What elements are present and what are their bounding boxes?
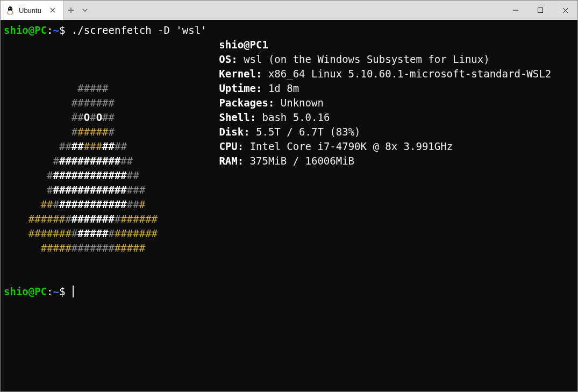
svg-point-8 <box>11 13 13 15</box>
close-icon[interactable] <box>48 5 58 16</box>
prompt-user: shio@PC <box>4 286 47 297</box>
prompt-user: shio@PC <box>4 24 47 36</box>
command-text: ./screenfetch -D 'wsl' <box>72 24 207 36</box>
svg-rect-9 <box>538 8 543 13</box>
window-controls <box>503 1 577 20</box>
titlebar: Ubuntu <box>1 1 577 20</box>
prompt-path: ~ <box>53 24 59 36</box>
close-button[interactable] <box>553 1 577 20</box>
svg-point-7 <box>7 13 9 15</box>
tab-ubuntu[interactable]: Ubuntu <box>1 1 63 20</box>
cursor <box>73 286 74 297</box>
new-tab-button[interactable] <box>68 7 74 13</box>
tab-label: Ubuntu <box>19 6 41 15</box>
minimize-button[interactable] <box>503 1 528 20</box>
terminal-output: shio@PC:~$ ./screenfetch -D 'wsl' shio@P… <box>4 23 574 299</box>
prompt-path: ~ <box>53 286 59 297</box>
svg-point-5 <box>9 9 10 9</box>
maximize-button[interactable] <box>528 1 553 20</box>
info-title: shio@PC1 <box>219 39 268 51</box>
tux-icon <box>6 6 15 15</box>
app-window: Ubuntu shio@PC:~$ ./screenfetc <box>0 0 578 392</box>
tab-actions <box>63 1 92 20</box>
svg-point-6 <box>11 9 11 9</box>
chevron-down-icon[interactable] <box>82 7 88 13</box>
terminal[interactable]: shio@PC:~$ ./screenfetch -D 'wsl' shio@P… <box>1 20 577 391</box>
